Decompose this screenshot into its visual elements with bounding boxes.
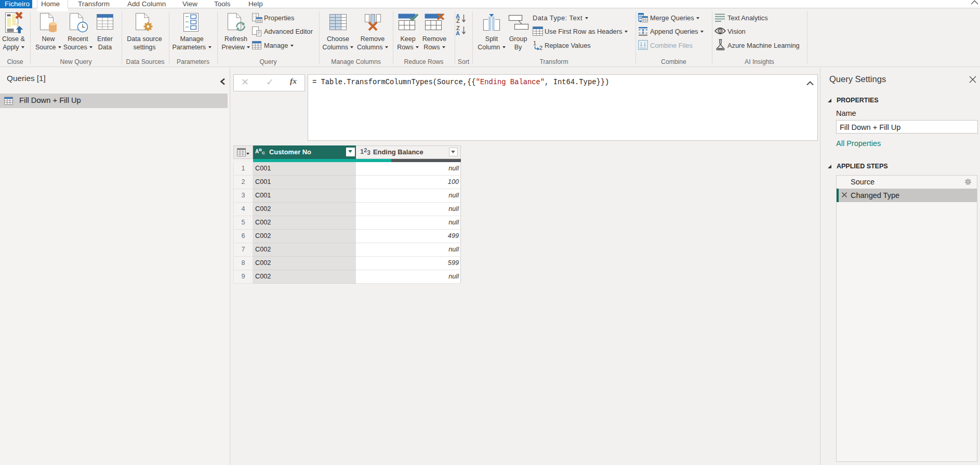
svg-text:A: A: [456, 30, 460, 36]
svg-text:1: 1: [533, 40, 536, 46]
svg-text:Z: Z: [456, 18, 460, 24]
svg-text:2: 2: [539, 45, 542, 50]
